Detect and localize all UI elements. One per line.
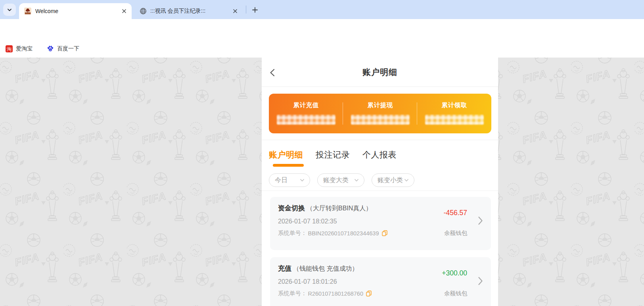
- summary-label: 累计充值: [293, 101, 319, 110]
- chevron-down-icon: [7, 7, 12, 13]
- transaction-amount: -456.57: [444, 209, 467, 217]
- page-background: FIFA: [0, 58, 644, 306]
- section-divider: [262, 140, 498, 140]
- back-chevron-button[interactable]: [267, 67, 278, 78]
- report-tabs: 账户明细 投注记录 个人报表: [269, 149, 397, 160]
- minor-category-dropdown[interactable]: 账变小类: [372, 173, 414, 187]
- summary-value-censored: [351, 115, 410, 125]
- summary-label: 累计提现: [368, 101, 393, 110]
- svg-text:du: du: [49, 49, 52, 51]
- close-tab-icon[interactable]: [121, 8, 128, 15]
- transaction-datetime: 2026-01-07 18:02:35: [278, 218, 427, 225]
- page-title: 账户明细: [362, 67, 397, 78]
- new-tab-button[interactable]: [250, 5, 260, 15]
- filter-label: 账变大类: [323, 176, 349, 185]
- casino-crest-favicon: [24, 7, 32, 15]
- filter-row: 今日 账变大类 账变小类: [269, 173, 414, 187]
- summary-value-censored: [425, 115, 484, 125]
- tab-title: Welcome: [35, 8, 117, 14]
- browser-toolbar: 175616.cc/reports/index?tab=0: [0, 19, 644, 40]
- chevron-right-icon: [478, 216, 483, 225]
- transaction-info: 充值（钱能钱包 充值成功） 2026-01-07 18:01:26 系统单号：R…: [278, 264, 427, 297]
- tab-account-detail[interactable]: 账户明细: [269, 149, 303, 160]
- summary-label: 累计领取: [442, 101, 467, 110]
- chevron-left-icon: [268, 68, 277, 77]
- panel-header: 账户明细: [262, 58, 498, 87]
- svg-text:淘: 淘: [7, 46, 12, 52]
- baidu-paw-icon: du: [47, 45, 54, 52]
- chevron-down-icon: [299, 177, 305, 183]
- summary-claim: 累计领取: [417, 94, 491, 133]
- transaction-amount: +300.00: [442, 269, 467, 277]
- transaction-type: 充值: [278, 265, 291, 272]
- tab-title: :::视讯 会员下注纪录:::: [150, 8, 228, 15]
- chevron-down-icon: [404, 177, 409, 183]
- bookmark-taobao[interactable]: 淘 爱淘宝: [6, 45, 33, 52]
- active-tab-underline: [273, 164, 304, 167]
- chevron-down-icon: [354, 177, 359, 183]
- transaction-datetime: 2026-01-07 18:01:26: [278, 278, 427, 285]
- order-number: BBIN202601071802344639: [308, 230, 379, 237]
- tab-bet-records[interactable]: 投注记录: [316, 149, 350, 160]
- account-detail-panel: 账户明细 累计充值 累计提现 累计领取 账户明细 投注记录 个人报表: [262, 58, 498, 306]
- tab-personal-report[interactable]: 个人报表: [362, 149, 397, 160]
- summary-withdraw: 累计提现: [343, 94, 417, 133]
- transaction-row[interactable]: 资金切换（大厅转到BBIN真人） 2026-01-07 18:02:35 系统单…: [270, 197, 491, 250]
- bookmarks-bar: 淘 爱淘宝 du 百度一下: [0, 40, 644, 58]
- transaction-detail: （大厅转到BBIN真人）: [307, 205, 372, 212]
- copy-icon[interactable]: [366, 291, 372, 296]
- summary-value-censored: [277, 115, 335, 125]
- transaction-type: 资金切换: [278, 204, 305, 212]
- wallet-label: 余额钱包: [444, 229, 467, 237]
- order-number: R2601071801268760: [308, 291, 364, 297]
- browser-tab-welcome[interactable]: Welcome: [19, 3, 132, 19]
- bookmark-baidu[interactable]: du 百度一下: [47, 45, 79, 52]
- order-number-label: 系统单号：: [278, 229, 307, 237]
- order-number-label: 系统单号：: [278, 290, 307, 297]
- tab-search-button[interactable]: [3, 4, 16, 16]
- bookmark-label: 百度一下: [57, 45, 79, 52]
- globe-icon: [140, 8, 147, 15]
- summary-recharge: 累计充值: [269, 94, 343, 133]
- wallet-label: 余额钱包: [444, 290, 467, 297]
- transaction-row[interactable]: 充值（钱能钱包 充值成功） 2026-01-07 18:01:26 系统单号：R…: [270, 257, 491, 306]
- close-tab-icon[interactable]: [232, 8, 239, 15]
- filter-label: 今日: [275, 176, 288, 185]
- chevron-right-icon: [478, 276, 483, 286]
- bookmark-label: 爱淘宝: [16, 45, 33, 52]
- major-category-dropdown[interactable]: 账变大类: [317, 173, 364, 187]
- tab-separator: [246, 6, 246, 13]
- section-divider: [262, 191, 498, 191]
- copy-icon[interactable]: [382, 230, 387, 236]
- filter-label: 账变小类: [378, 176, 403, 185]
- plus-icon: [252, 7, 258, 13]
- browser-tab-strip: Welcome :::视讯 会员下注纪录:::: [0, 0, 644, 19]
- transaction-info: 资金切换（大厅转到BBIN真人） 2026-01-07 18:02:35 系统单…: [278, 204, 427, 237]
- summary-card: 累计充值 累计提现 累计领取: [269, 94, 491, 133]
- browser-tab-records[interactable]: :::视讯 会员下注纪录:::: [135, 3, 243, 19]
- date-filter-dropdown[interactable]: 今日: [269, 173, 310, 187]
- transaction-detail: （钱能钱包 充值成功）: [293, 265, 358, 272]
- taobao-icon: 淘: [6, 45, 13, 52]
